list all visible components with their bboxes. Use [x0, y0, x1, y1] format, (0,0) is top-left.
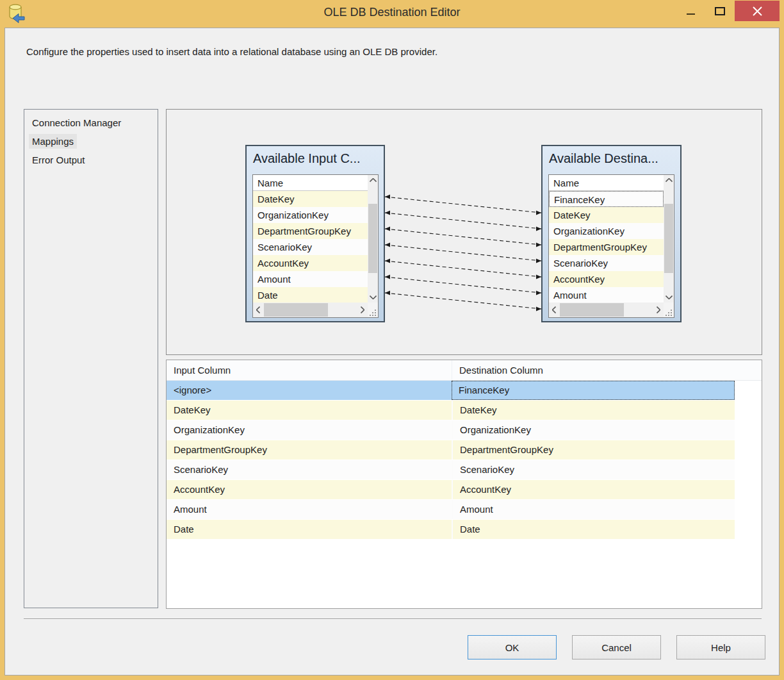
input-column-cell[interactable]: Date	[167, 520, 452, 539]
title-bar: OLE DB Destination Editor	[0, 0, 784, 28]
list-item[interactable]: OrganizationKey	[549, 223, 664, 239]
input-column-cell[interactable]: DateKey	[167, 401, 452, 420]
list-item[interactable]: DepartmentGroupKey	[253, 223, 368, 239]
table-row[interactable]: DepartmentGroupKey DepartmentGroupKey	[167, 440, 762, 460]
table-row[interactable]: Amount Amount	[167, 500, 762, 520]
ok-button[interactable]: OK	[468, 635, 557, 659]
input-column-header: Input Column	[167, 360, 452, 380]
destination-column-cell[interactable]: OrganizationKey	[452, 420, 735, 440]
chevron-left-icon	[256, 306, 260, 313]
scroll-left-button[interactable]	[253, 303, 263, 317]
vertical-scroll-thumb[interactable]	[368, 204, 377, 273]
scroll-down-button[interactable]	[368, 292, 378, 303]
footer-separator	[24, 618, 762, 620]
list-item[interactable]: Amount	[253, 271, 368, 287]
input-column-cell[interactable]: <ignore>	[167, 381, 452, 400]
list-item[interactable]: DateKey	[549, 207, 664, 223]
column-mapping-table: Input Column Destination Column <ignore>…	[166, 360, 762, 609]
horizontal-scroll-thumb[interactable]	[264, 303, 328, 317]
minimize-icon	[687, 13, 695, 15]
horizontal-scrollbar[interactable]	[549, 303, 664, 317]
scroll-down-button[interactable]	[664, 292, 674, 303]
table-row[interactable]: ScenarioKey ScenarioKey	[167, 460, 762, 480]
vertical-scrollbar[interactable]	[664, 175, 674, 303]
minimize-button[interactable]	[676, 1, 705, 21]
chevron-left-icon	[552, 306, 556, 313]
list-item[interactable]: Date	[253, 287, 368, 303]
table-row[interactable]: OrganizationKey OrganizationKey	[167, 420, 762, 440]
sidebar-item-connection-manager[interactable]: Connection Manager	[29, 115, 158, 130]
scroll-left-button[interactable]	[549, 303, 559, 317]
resize-grip[interactable]	[368, 303, 378, 317]
destination-column-cell[interactable]: ScenarioKey	[452, 460, 735, 479]
list-item[interactable]: ScenarioKey	[253, 239, 368, 255]
vertical-scrollbar[interactable]	[368, 175, 378, 303]
table-row[interactable]: Date Date	[167, 520, 762, 540]
list-item[interactable]: ScenarioKey	[549, 255, 664, 271]
input-list-header: Name	[253, 175, 368, 191]
input-column-cell[interactable]: OrganizationKey	[167, 420, 452, 440]
mapping-line[interactable]	[385, 229, 541, 245]
scroll-up-button[interactable]	[368, 175, 378, 185]
sidebar-item-error-output[interactable]: Error Output	[29, 153, 158, 167]
destination-column-cell[interactable]: AccountKey	[452, 480, 735, 499]
mapping-line[interactable]	[385, 213, 541, 229]
close-icon	[753, 6, 762, 16]
list-item[interactable]: AccountKey	[253, 255, 368, 271]
destination-column-cell[interactable]: DateKey	[452, 401, 735, 420]
list-item[interactable]: DateKey	[253, 191, 368, 207]
chevron-right-icon	[361, 306, 364, 313]
scroll-right-button[interactable]	[653, 303, 664, 317]
chevron-down-icon	[370, 295, 377, 299]
mapping-line[interactable]	[385, 293, 541, 309]
destination-columns-list: Name FinanceKey DateKey OrganizationKey …	[548, 174, 674, 318]
mapping-line[interactable]	[385, 277, 541, 293]
input-column-cell[interactable]: DepartmentGroupKey	[167, 440, 452, 460]
maximize-icon	[715, 7, 725, 15]
page-list-sidebar: Connection Manager Mappings Error Output	[24, 109, 158, 608]
mapping-diagram-panel: Available Input C... Name DateKey Organi…	[166, 109, 762, 355]
ole-db-destination-editor-window: OLE DB Destination Editor Configure the …	[0, 0, 784, 680]
list-item[interactable]: OrganizationKey	[253, 207, 368, 223]
chevron-down-icon	[666, 295, 673, 299]
destination-box-title: Available Destina...	[543, 146, 680, 166]
input-column-cell[interactable]: Amount	[167, 500, 452, 519]
close-button[interactable]	[735, 1, 780, 21]
maximize-button[interactable]	[705, 1, 735, 21]
help-button[interactable]: Help	[676, 635, 765, 659]
table-header-row: Input Column Destination Column	[167, 360, 762, 381]
resize-grip[interactable]	[664, 303, 674, 317]
chevron-up-icon	[666, 178, 673, 182]
cancel-button[interactable]: Cancel	[572, 635, 661, 659]
table-row[interactable]: <ignore> FinanceKey	[167, 381, 762, 401]
destination-column-cell[interactable]: DepartmentGroupKey	[452, 440, 735, 460]
input-column-cell[interactable]: AccountKey	[167, 480, 452, 499]
list-item[interactable]: DepartmentGroupKey	[549, 239, 664, 255]
destination-column-header: Destination Column	[452, 360, 735, 380]
table-row[interactable]: AccountKey AccountKey	[167, 480, 762, 500]
mapping-line[interactable]	[385, 245, 541, 261]
horizontal-scroll-thumb[interactable]	[560, 303, 624, 317]
scroll-right-button[interactable]	[357, 303, 368, 317]
available-destination-columns-box: Available Destina... Name FinanceKey Dat…	[541, 145, 682, 322]
vertical-scroll-thumb[interactable]	[664, 204, 673, 273]
dialog-description: Configure the properties used to insert …	[26, 46, 437, 57]
list-item[interactable]: AccountKey	[549, 271, 664, 287]
horizontal-scrollbar[interactable]	[253, 303, 368, 317]
sidebar-item-mappings[interactable]: Mappings	[29, 134, 158, 149]
input-column-cell[interactable]: ScenarioKey	[167, 460, 452, 479]
grip-dots-icon	[368, 303, 378, 317]
mapping-line[interactable]	[385, 261, 541, 277]
list-item[interactable]: FinanceKey	[549, 191, 664, 207]
destination-column-cell[interactable]: FinanceKey	[452, 381, 735, 400]
input-box-title: Available Input C...	[247, 146, 384, 166]
scroll-up-button[interactable]	[664, 175, 674, 185]
chevron-up-icon	[370, 178, 377, 182]
destination-column-cell[interactable]: Date	[452, 520, 735, 539]
destination-column-cell[interactable]: Amount	[452, 500, 735, 519]
table-row[interactable]: DateKey DateKey	[167, 401, 762, 420]
available-input-columns-box: Available Input C... Name DateKey Organi…	[245, 145, 385, 322]
mapping-line[interactable]	[385, 197, 541, 213]
destination-list-header: Name	[549, 175, 664, 191]
list-item[interactable]: Amount	[549, 287, 664, 303]
